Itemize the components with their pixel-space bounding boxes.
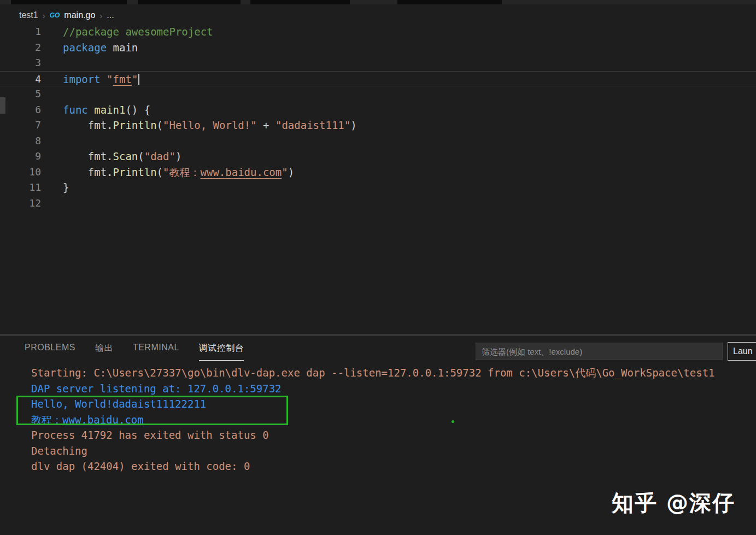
text-segment: "dad" — [144, 150, 175, 162]
text-segment: Println — [113, 119, 157, 131]
line-number[interactable]: 12 — [0, 196, 41, 211]
console-output: Starting: C:\Users\27337\go\bin\dlv-dap.… — [31, 365, 715, 474]
panel-tab-terminal[interactable]: TERMINAL — [133, 343, 179, 361]
text-segment: Detaching — [31, 445, 87, 457]
text-segment: DAP server listening at: 127.0.0.1:59732 — [31, 383, 282, 395]
code-line[interactable]: 7 fmt.Println("Hello, World!" + "dadaist… — [0, 117, 756, 133]
text-segment: 教程： — [31, 414, 62, 426]
code-line[interactable]: 11} — [0, 180, 756, 196]
breadcrumb: test1 › GO main.go › ... — [19, 8, 114, 23]
text-segment: main1 — [94, 104, 125, 116]
text-segment: ( — [157, 119, 163, 131]
line-number[interactable]: 4 — [0, 72, 41, 86]
editor-tab[interactable] — [250, 0, 350, 4]
launch-config-button[interactable]: Laun — [728, 342, 756, 361]
text-segment: "教程： — [163, 166, 200, 178]
breadcrumb-folder[interactable]: test1 — [19, 10, 38, 20]
line-number[interactable]: 2 — [0, 40, 41, 56]
text-segment: Scan — [113, 150, 138, 162]
text-segment: " — [107, 73, 113, 85]
code-content — [41, 133, 63, 149]
code-line[interactable]: 9 fmt.Scan("dad") — [0, 149, 756, 164]
code-line[interactable]: 4import "fmt" — [0, 71, 756, 87]
code-line[interactable]: 5 — [0, 86, 756, 102]
text-segment: import — [63, 73, 101, 85]
panel-divider[interactable] — [0, 334, 756, 336]
line-number[interactable]: 1 — [0, 24, 41, 40]
text-segment: Hello, World!dadaist11122211 — [31, 398, 206, 410]
code-content: fmt.Scan("dad") — [41, 149, 181, 164]
editor-tab-bar — [0, 0, 756, 4]
console-line: 教程：www.baidu.com — [31, 412, 715, 428]
left-edge-marker — [0, 97, 5, 114]
panel-tab-output[interactable]: 输出 — [95, 343, 113, 361]
panel-tab-problems[interactable]: PROBLEMS — [25, 343, 75, 361]
text-segment: fmt. — [63, 166, 113, 178]
code-content — [41, 55, 63, 71]
line-number[interactable]: 6 — [0, 102, 41, 118]
text-segment: "dadaist111" — [276, 119, 350, 131]
console-line: Starting: C:\Users\27337\go\bin\dlv-dap.… — [31, 365, 715, 381]
editor-lines: 1//package awesomeProject2package main34… — [0, 24, 756, 211]
text-segment: fmt. — [63, 150, 113, 162]
line-number[interactable]: 10 — [0, 164, 41, 180]
text-segment: } — [63, 181, 69, 193]
text-segment: fmt. — [63, 119, 113, 131]
link-text[interactable]: fmt — [113, 73, 132, 85]
text-segment: func — [63, 104, 88, 116]
text-segment: package — [63, 42, 107, 54]
text-segment: " — [132, 73, 138, 85]
code-content: package main — [41, 40, 138, 56]
console-line: DAP server listening at: 127.0.0.1:59732 — [31, 381, 715, 397]
code-content: } — [41, 180, 69, 196]
code-line[interactable]: 12 — [0, 196, 756, 211]
editor-tab[interactable] — [138, 0, 241, 4]
panel-tab-debug-console[interactable]: 调试控制台 — [199, 343, 244, 361]
text-segment: + — [257, 119, 276, 131]
code-line[interactable]: 3 — [0, 55, 756, 71]
code-content — [41, 196, 63, 211]
code-content: fmt.Println("教程：www.baidu.com") — [41, 164, 294, 180]
line-number[interactable]: 11 — [0, 180, 41, 196]
line-number[interactable]: 7 — [0, 117, 41, 133]
breadcrumb-more[interactable]: ... — [107, 10, 114, 20]
chevron-right-icon: › — [43, 11, 45, 20]
text-segment: Starting: C:\Users\27337\go\bin\dlv-dap.… — [31, 367, 715, 379]
line-number[interactable]: 5 — [0, 86, 41, 102]
code-line[interactable]: 2package main — [0, 40, 756, 56]
annotation-dot — [452, 420, 454, 423]
console-line: Process 41792 has exited with status 0 — [31, 427, 715, 443]
line-number[interactable]: 9 — [0, 149, 41, 164]
code-content: //package awesomeProject — [41, 24, 213, 40]
text-segment: "Hello, World!" — [163, 119, 257, 131]
text-segment: ) — [350, 119, 356, 131]
text-segment: //package awesomeProject — [63, 26, 213, 38]
code-line[interactable]: 8 — [0, 133, 756, 149]
watermark: 知乎 @深仔 — [612, 488, 735, 518]
debug-console-filter-input[interactable] — [476, 343, 723, 360]
link-text[interactable]: www.baidu.com — [201, 166, 282, 178]
breadcrumb-file[interactable]: main.go — [64, 10, 95, 20]
text-cursor — [138, 74, 139, 85]
line-number[interactable]: 3 — [0, 55, 41, 71]
code-line[interactable]: 1//package awesomeProject — [0, 24, 756, 40]
console-line: Hello, World!dadaist11122211 — [31, 396, 715, 412]
text-segment: Println — [113, 166, 157, 178]
console-line: dlv dap (42404) exited with code: 0 — [31, 458, 715, 474]
code-line[interactable]: 6func main1() { — [0, 102, 756, 118]
text-segment: ) — [175, 150, 181, 162]
code-line[interactable]: 10 fmt.Println("教程：www.baidu.com") — [0, 164, 756, 180]
editor-tab[interactable] — [397, 0, 502, 4]
text-segment — [88, 104, 94, 116]
code-content: func main1() { — [41, 102, 150, 118]
text-segment: ( — [157, 166, 163, 178]
text-segment: main — [107, 42, 138, 54]
line-number[interactable]: 8 — [0, 133, 41, 149]
code-content: fmt.Println("Hello, World!" + "dadaist11… — [41, 117, 357, 133]
link-text[interactable]: www.baidu.com — [62, 414, 144, 426]
text-segment: () { — [125, 104, 150, 116]
text-segment — [101, 73, 107, 85]
chevron-right-icon: › — [99, 11, 102, 20]
editor-tab[interactable] — [11, 0, 127, 4]
panel-tab-bar: PROBLEMS输出TERMINAL调试控制台 — [25, 343, 244, 361]
